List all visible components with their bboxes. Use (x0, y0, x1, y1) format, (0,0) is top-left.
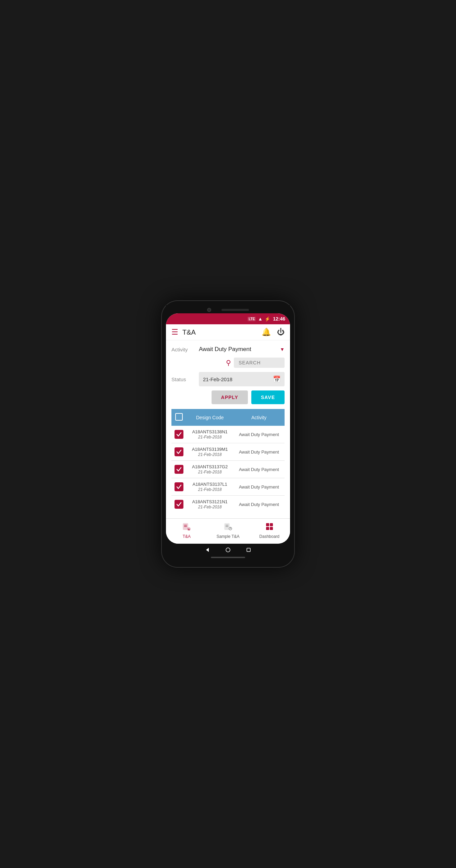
row-checkbox-4[interactable] (171, 496, 187, 513)
svg-point-16 (226, 548, 230, 552)
checked-icon (175, 465, 183, 474)
row-activity-4: Await Duty Payment (233, 496, 285, 513)
svg-rect-13 (266, 527, 269, 530)
row-checkbox-2[interactable] (171, 461, 187, 478)
row-code-1: A18ANTS3139M121-Feb-2018 (187, 443, 233, 461)
notification-icon[interactable]: 🔔 (262, 328, 271, 337)
checked-icon (175, 447, 183, 456)
signal-icon: ▲ (258, 316, 263, 322)
table-row[interactable]: A18ANTS3137L121-Feb-2018Await Duty Payme… (171, 478, 285, 496)
checked-icon (175, 430, 183, 439)
svg-rect-14 (270, 527, 273, 530)
svg-rect-17 (247, 548, 250, 552)
activity-value: Await Duty Payment (199, 346, 251, 353)
search-row: ⚲ (171, 358, 285, 368)
design-code-header: Design Code (187, 409, 233, 426)
chevron-down-icon: ▼ (280, 347, 285, 352)
bottom-nav-sample-ta[interactable]: Sample T&A (207, 522, 249, 539)
dashboard-nav-label: Dashboard (259, 534, 279, 539)
activity-header: Activity (233, 409, 285, 426)
bottom-navigation: A T&A Sample T&A (166, 518, 290, 544)
bottom-indicator (166, 555, 290, 561)
bottom-indicator-bar (211, 557, 245, 558)
row-checkbox-1[interactable] (171, 443, 187, 461)
front-camera (207, 308, 211, 312)
button-row: APPLY SAVE (171, 390, 285, 404)
activity-label: Activity (171, 347, 195, 352)
sample-ta-nav-icon (224, 522, 232, 533)
speaker-bar (221, 309, 249, 311)
ta-nav-icon: A (182, 522, 191, 533)
status-row: Status 21-Feb-2018 📅 (171, 372, 285, 386)
nav-icons: 🔔 ⏻ (262, 328, 285, 337)
select-all-header[interactable] (171, 409, 187, 426)
row-activity-2: Await Duty Payment (233, 461, 285, 478)
search-input[interactable] (239, 360, 280, 365)
power-icon[interactable]: ⏻ (277, 328, 285, 337)
row-activity-3: Await Duty Payment (233, 478, 285, 496)
phone-top-decoration (166, 305, 290, 313)
sample-ta-nav-label: Sample T&A (216, 534, 239, 539)
data-table: Design Code Activity A18ANTS3138N121-Feb… (171, 409, 285, 513)
table-header-row: Design Code Activity (171, 409, 285, 426)
date-value: 21-Feb-2018 (203, 376, 232, 382)
row-checkbox-3[interactable] (171, 478, 187, 496)
battery-icon: ⚡ (265, 316, 270, 322)
search-input-wrap (234, 358, 285, 368)
save-button[interactable]: SAVE (251, 390, 285, 404)
checked-icon (175, 482, 183, 491)
row-checkbox-0[interactable] (171, 426, 187, 443)
recent-button[interactable] (245, 546, 252, 553)
filter-icon[interactable]: ⚲ (226, 359, 231, 367)
row-code-4: A18ANTS3121N121-Feb-2018 (187, 496, 233, 513)
bottom-nav-dashboard[interactable]: Dashboard (249, 522, 290, 539)
date-input-wrap[interactable]: 21-Feb-2018 📅 (199, 372, 285, 386)
apply-button[interactable]: APPLY (212, 390, 248, 404)
row-code-2: A18ANTS3137G221-Feb-2018 (187, 461, 233, 478)
status-bar: LTE ▲ ⚡ 12:46 (166, 313, 290, 324)
home-button[interactable] (225, 546, 231, 553)
svg-marker-15 (206, 548, 209, 552)
select-all-checkbox[interactable] (175, 413, 183, 421)
phone-screen: LTE ▲ ⚡ 12:46 ☰ T&A 🔔 ⏻ Activity Await D… (166, 313, 290, 544)
row-activity-0: Await Duty Payment (233, 426, 285, 443)
svg-rect-12 (270, 523, 273, 526)
app-title: T&A (182, 328, 262, 336)
row-code-0: A18ANTS3138N121-Feb-2018 (187, 426, 233, 443)
lte-indicator: LTE (248, 317, 256, 321)
activity-row: Activity Await Duty Payment ▼ (171, 346, 285, 353)
svg-text:A: A (188, 528, 190, 531)
back-button[interactable] (204, 546, 211, 553)
checked-icon (175, 500, 183, 509)
bottom-nav-ta[interactable]: A T&A (166, 522, 207, 539)
table-row[interactable]: A18ANTS3121N121-Feb-2018Await Duty Payme… (171, 496, 285, 513)
svg-rect-11 (266, 523, 269, 526)
table-row[interactable]: A18ANTS3137G221-Feb-2018Await Duty Payme… (171, 461, 285, 478)
ta-nav-label: T&A (183, 534, 191, 539)
activity-dropdown[interactable]: Await Duty Payment ▼ (199, 346, 285, 353)
phone-bottom-decoration (166, 544, 290, 555)
main-content: Activity Await Duty Payment ▼ ⚲ Status 2… (166, 340, 290, 518)
dashboard-nav-icon (265, 522, 274, 533)
row-code-3: A18ANTS3137L121-Feb-2018 (187, 478, 233, 496)
row-activity-1: Await Duty Payment (233, 443, 285, 461)
menu-icon[interactable]: ☰ (171, 328, 178, 337)
top-navigation: ☰ T&A 🔔 ⏻ (166, 324, 290, 340)
table-row[interactable]: A18ANTS3139M121-Feb-2018Await Duty Payme… (171, 443, 285, 461)
calendar-icon[interactable]: 📅 (273, 375, 280, 383)
status-label: Status (171, 376, 195, 382)
status-time: 12:46 (273, 316, 285, 322)
table-row[interactable]: A18ANTS3138N121-Feb-2018Await Duty Payme… (171, 426, 285, 443)
phone-frame: LTE ▲ ⚡ 12:46 ☰ T&A 🔔 ⏻ Activity Await D… (161, 300, 295, 568)
table-body: A18ANTS3138N121-Feb-2018Await Duty Payme… (171, 426, 285, 513)
